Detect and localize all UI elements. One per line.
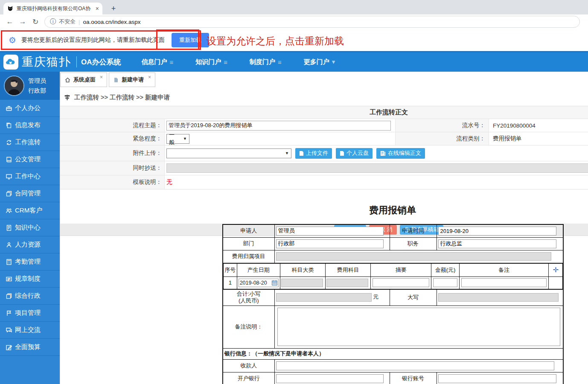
item-amount-input[interactable]: [433, 278, 457, 287]
personal-cloud-button[interactable]: 个人云盘: [336, 148, 373, 159]
sidebar-item-workflow[interactable]: 工作流转: [0, 134, 60, 151]
applicant-label: 申请人: [223, 224, 274, 237]
sidebar-item-info-publish[interactable]: 信息发布: [0, 117, 60, 134]
sidebar-item-official-docs[interactable]: 公文管理: [0, 151, 60, 168]
tab-close-icon[interactable]: ×: [148, 74, 151, 80]
urgency-select[interactable]: 一般▼: [166, 134, 189, 144]
word-doc-icon: [380, 151, 386, 156]
urgency-label: 紧急程度：: [60, 132, 165, 145]
person-icon: [5, 241, 13, 248]
attachment-select[interactable]: ▼: [166, 148, 291, 158]
briefcase-icon: [5, 105, 13, 112]
sidebar-item-work-center[interactable]: 工作中心: [0, 168, 60, 185]
col-subject: 费用科目: [326, 263, 371, 276]
total-row: 合计:小写(人民币) 元 大写: [223, 289, 563, 305]
gear-icon: ⚙: [9, 35, 16, 45]
sidebar-item-projects[interactable]: 项目管理: [0, 305, 60, 322]
project-label: 费用归属项目: [223, 250, 274, 263]
tab-system-desktop[interactable]: 系统桌面 ×: [60, 73, 107, 87]
sidebar-item-knowledge[interactable]: 知识中心: [0, 219, 60, 236]
omnibox-divider: |: [79, 19, 80, 25]
chat-bubbles-icon: [5, 327, 13, 334]
item-remark-input[interactable]: [461, 278, 547, 287]
remark-textarea[interactable]: [277, 308, 561, 346]
bank-label: 开户银行: [223, 372, 274, 384]
reload-icon[interactable]: ↻: [29, 17, 42, 26]
attachment-label: 附件上传：: [60, 145, 165, 161]
bank-row: 开户银行 银行账号: [223, 372, 563, 384]
item-subject-disabled: [326, 279, 368, 287]
sidebar-item-admin[interactable]: 综合行政: [0, 288, 60, 305]
item-summary-input[interactable]: [373, 278, 429, 287]
template-row: 模板说明： 无: [60, 175, 588, 189]
topic-input[interactable]: [166, 121, 391, 131]
browser-tab[interactable]: 重庆猫扑网络科技有限公司OA协 ×: [3, 3, 102, 15]
sidebar: 管理员 行政部 个人办公 信息发布 工作流转 公文管理 工作中心 合同管理 CR…: [0, 72, 60, 384]
tab-new-application[interactable]: 新建申请 ×: [109, 73, 155, 87]
cc-label: 同时抄送：: [60, 161, 165, 175]
calculator-icon: [5, 259, 13, 265]
project-input-disabled: [276, 252, 551, 261]
browser-address-bar: ← → ↻ ⓘ 不安全 | oa.oooa.cn/index.aspx: [0, 15, 588, 29]
table-row: 申请人 申请时间: [223, 224, 563, 237]
sidebar-item-crm[interactable]: CRM客户: [0, 202, 60, 219]
online-edit-button[interactable]: 在线编辑正文: [376, 148, 425, 159]
info-icon[interactable]: ⓘ: [50, 18, 56, 26]
sidebar-item-online-chat[interactable]: 网上交流: [0, 322, 60, 339]
bank-section-row: 银行信息：（一般情况下是申请者本人）: [223, 348, 563, 359]
new-tab-button[interactable]: +: [108, 3, 119, 15]
remark-label: 备注说明：: [223, 305, 274, 348]
select-caret-icon: ▼: [285, 151, 289, 155]
menu-more-portal[interactable]: 更多门户▾: [304, 58, 335, 66]
home-icon: [64, 77, 71, 83]
sidebar-item-attendance[interactable]: 考勤管理: [0, 253, 60, 271]
topic-label: 流程主题：: [60, 119, 165, 132]
account-input[interactable]: [438, 374, 557, 383]
sidebar-item-contracts[interactable]: 合同管理: [0, 185, 60, 202]
urgency-row: 紧急程度： 一般▼ 流程类别： 费用报销单: [60, 132, 588, 145]
file-icon: [113, 77, 119, 83]
oa-app-header: 重庆猫扑 OA办公系统 信息门户≡ 知识门户≡ 制度门户≡ 更多门户▾: [0, 51, 588, 72]
department-input[interactable]: [276, 239, 384, 248]
browser-tab-title: 重庆猫扑网络科技有限公司OA协: [17, 5, 93, 12]
total-lowercase-disabled: [276, 293, 372, 302]
template-label: 模板说明：: [60, 175, 165, 189]
tab-close-icon[interactable]: ×: [96, 5, 99, 12]
apply-time-input[interactable]: [438, 227, 557, 236]
sidebar-item-rules[interactable]: 规章制度: [0, 271, 60, 288]
table-row: 部门 职务: [223, 237, 563, 250]
select-caret-icon: ▼: [183, 137, 187, 141]
list-icon: ≡: [278, 58, 282, 66]
position-input[interactable]: [438, 239, 557, 248]
sidebar-item-budget[interactable]: 全面预算: [0, 339, 60, 356]
menu-knowledge-portal[interactable]: 知识门户≡: [195, 58, 227, 66]
calendar-icon[interactable]: [272, 280, 277, 285]
newspaper-icon: [5, 276, 13, 282]
user-profile[interactable]: 管理员 行政部: [0, 72, 60, 100]
template-value: 无: [166, 178, 172, 186]
list-icon: ≡: [224, 58, 227, 66]
tab-close-icon[interactable]: ×: [100, 74, 103, 80]
sidebar-item-personal-office[interactable]: 个人办公: [0, 100, 60, 117]
sidebar-item-hr[interactable]: 人力资源: [0, 236, 60, 253]
add-row-icon[interactable]: ✛: [553, 266, 558, 273]
menu-info-portal[interactable]: 信息门户≡: [142, 58, 174, 66]
reload-page-button[interactable]: 重新加载: [172, 33, 209, 47]
user-department: 行政部: [28, 86, 46, 96]
topic-row: 流程主题： 流水号： FY20190800004: [60, 119, 588, 132]
bank-input[interactable]: [276, 374, 384, 383]
back-icon[interactable]: ←: [3, 17, 16, 26]
url-omnibox[interactable]: ⓘ 不安全 | oa.oooa.cn/index.aspx: [44, 16, 580, 28]
clone-icon: [5, 190, 13, 197]
oa-logo-icon: [3, 55, 18, 70]
expense-items-row: 序号 产生日期 科目大类 费用科目 摘要 金额(元) 备注 ✛ 1 2019-0…: [223, 263, 563, 289]
forward-icon[interactable]: →: [16, 17, 29, 26]
menu-policy-portal[interactable]: 制度门户≡: [250, 58, 282, 66]
remark-row: 备注说明：: [223, 305, 563, 348]
item-date-input[interactable]: 2019-08-20: [239, 279, 279, 287]
payee-input[interactable]: [276, 361, 554, 370]
flag-icon: [5, 310, 13, 317]
upload-file-button[interactable]: 上传文件: [295, 148, 332, 159]
applicant-input[interactable]: [276, 227, 384, 236]
user-name: 管理员: [28, 76, 46, 86]
